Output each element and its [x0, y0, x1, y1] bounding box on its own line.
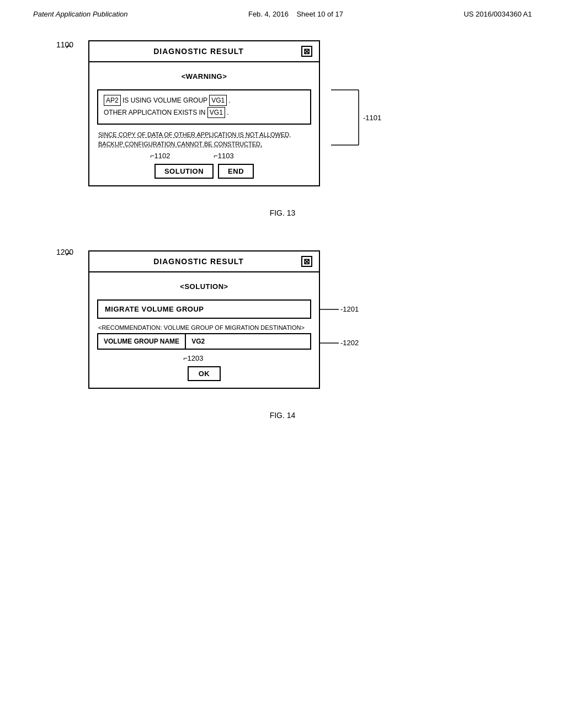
fig14-close-button[interactable]: ⊠ [301, 256, 312, 267]
page-header: Patent Application Publication Feb. 4, 2… [0, 0, 565, 24]
fig13-ref-1101: -1101 [331, 84, 375, 151]
fig14-dialog-body: <SOLUTION> MIGRATE VOLUME GROUP -1201 [89, 272, 319, 361]
fig14-dialog-container: 1200 ⌐ DIAGNOSTIC RESULT ⊠ <SOLUTION> [55, 250, 510, 389]
fig14-solution-item: MIGRATE VOLUME GROUP [97, 299, 311, 319]
fig14-vg-value: VG2 [186, 334, 310, 349]
fig14-recommendation-text: <RECOMMENDATION: VOLUME GROUP OF MIGRATI… [97, 324, 311, 331]
main-content: 1100 ⌐ DIAGNOSTIC RESULT ⊠ <WARNING> [0, 24, 565, 453]
fig14-ref-1201: -1201 [319, 304, 353, 317]
vg1-box-2: VG1 [207, 107, 225, 118]
fig13-btn2-container: ⌐1103 END [218, 164, 254, 179]
solution-button[interactable]: SOLUTION [154, 164, 214, 179]
fig14-ref-1202: -1202 [319, 338, 353, 350]
header-date-sheet: Feb. 4, 2016 Sheet 10 of 17 [248, 10, 343, 18]
fig14-ok-container: ⌐1203 OK [188, 366, 221, 381]
fig14-caption: FIG. 14 [55, 411, 510, 420]
fig13-warning-box: AP2 IS USING VOLUME GROUP VG1 . OTHER AP… [97, 89, 311, 125]
svg-text:-1202: -1202 [340, 339, 359, 347]
svg-text:-1201: -1201 [340, 305, 359, 313]
fig14-wrapper: 1200 ⌐ DIAGNOSTIC RESULT ⊠ <SOLUTION> [55, 250, 510, 420]
fig13-dialog-body: <WARNING> AP2 IS USING VOLUME GROUP VG1 … [89, 62, 319, 158]
ap2-box: AP2 [104, 95, 121, 106]
fig13-title-bar: DIAGNOSTIC RESULT ⊠ [89, 41, 319, 62]
fig13-title: DIAGNOSTIC RESULT [96, 47, 301, 56]
fig14-vg-container: VOLUME GROUP NAME VG2 -1202 [97, 333, 311, 350]
svg-text:-1101: -1101 [363, 114, 381, 122]
fig13-message: SINCE COPY OF DATA OF OTHER APPLICATION … [97, 130, 311, 148]
fig14-dialog-box: DIAGNOSTIC RESULT ⊠ <SOLUTION> MIGRATE V… [88, 250, 320, 389]
fig14-vg-label: VOLUME GROUP NAME [98, 334, 186, 349]
header-publication: Patent Application Publication [33, 10, 128, 18]
fig14-title: DIAGNOSTIC RESULT [96, 257, 301, 266]
fig13-footer: ⌐1102 SOLUTION ⌐1103 END [89, 158, 319, 185]
fig13-btn1-container: ⌐1102 SOLUTION [154, 164, 214, 179]
fig13-dialog-container: 1100 ⌐ DIAGNOSTIC RESULT ⊠ <WARNING> [55, 40, 510, 186]
fig14-solution-container: MIGRATE VOLUME GROUP -1201 [97, 299, 311, 319]
fig13-close-button[interactable]: ⊠ [301, 46, 312, 57]
fig13-warning-line1: AP2 IS USING VOLUME GROUP VG1 . [104, 95, 305, 106]
fig14-footer: ⌐1203 OK [89, 361, 319, 388]
fig13-section-header: <WARNING> [97, 68, 311, 85]
fig13-bracket: ⌐ [66, 41, 71, 51]
fig14-section-header: <SOLUTION> [97, 278, 311, 295]
fig14-ok-label: ⌐1203 [183, 354, 204, 362]
fig13-btn2-label: ⌐1103 [214, 152, 234, 160]
ok-button[interactable]: OK [188, 366, 221, 381]
fig13-caption: FIG. 13 [55, 208, 510, 217]
fig13-warning-line2: OTHER APPLICATION EXISTS IN VG1 . [104, 107, 305, 118]
header-patent-number: US 2016/0034360 A1 [463, 10, 532, 18]
fig13-ref-bracket: -1101 [331, 84, 375, 151]
end-button[interactable]: END [218, 164, 254, 179]
fig14-vg-row: VOLUME GROUP NAME VG2 [97, 333, 311, 350]
fig13-dialog-box: DIAGNOSTIC RESULT ⊠ <WARNING> AP2 IS US [88, 40, 320, 186]
vg1-box-1: VG1 [209, 95, 227, 106]
fig14-bracket: ⌐ [66, 249, 71, 259]
fig14-title-bar: DIAGNOSTIC RESULT ⊠ [89, 251, 319, 272]
fig13-btn1-label: ⌐1102 [150, 152, 170, 160]
fig13-wrapper: 1100 ⌐ DIAGNOSTIC RESULT ⊠ <WARNING> [55, 40, 510, 217]
